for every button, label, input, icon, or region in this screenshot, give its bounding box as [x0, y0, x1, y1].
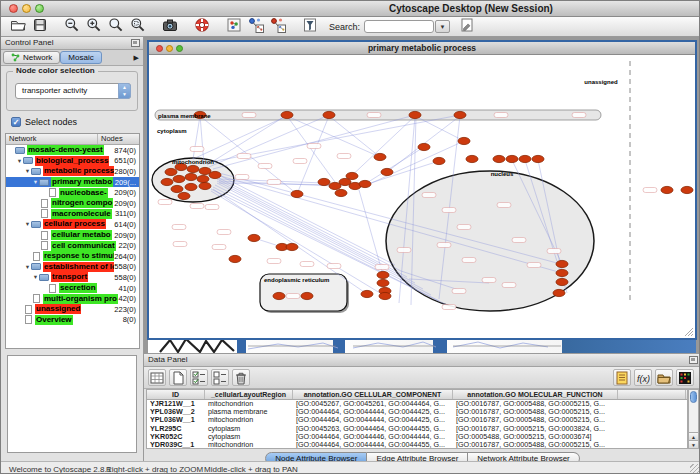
tree-expand-icon[interactable]: ▼ [32, 179, 39, 185]
network-node[interactable] [185, 173, 197, 180]
tree-row-metabolic-process[interactable]: ▼metabolic process280(0) [6, 166, 139, 177]
network-node[interactable] [661, 186, 673, 193]
minimize-button[interactable] [22, 4, 31, 13]
window-titlebar[interactable]: Cytoscape Desktop (New Session) [1, 1, 700, 17]
network-node[interactable] [161, 178, 173, 185]
zoom-out-icon[interactable] [63, 16, 81, 34]
search-config-icon[interactable] [458, 16, 476, 34]
network-node[interactable] [187, 165, 199, 172]
help-lifering-icon[interactable] [193, 16, 211, 34]
heatmap-icon[interactable] [676, 369, 694, 386]
network-node[interactable] [291, 190, 303, 197]
network-node[interactable] [409, 111, 421, 118]
zoom-selected-icon[interactable] [129, 16, 147, 34]
network-node[interactable] [466, 155, 478, 162]
search-input[interactable] [364, 20, 434, 33]
network-node[interactable] [229, 255, 241, 262]
tree-row-mosaic-demo-yeast[interactable]: mosaic-demo-yeast874(0) [6, 145, 139, 156]
delete-attribute-icon[interactable] [232, 369, 250, 386]
tree-row-multi-organism-pro[interactable]: multi-organism pro42(0) [6, 293, 139, 304]
float-panel-icon[interactable] [131, 39, 140, 47]
network-graph[interactable]: plasma membranecytoplasmmitochondrionnuc… [149, 55, 695, 338]
network-node[interactable] [346, 172, 358, 179]
table-row[interactable]: YDR039C__1mitochondrion[GO:0044464, GO:0… [147, 441, 687, 449]
table-row[interactable]: YJR121W__1mitochondrion[GO:0045267, GO:0… [147, 400, 687, 408]
tree-header[interactable]: Network Nodes [6, 134, 139, 145]
network-edge[interactable] [287, 116, 335, 182]
close-button[interactable] [9, 4, 18, 13]
network-edge[interactable] [193, 116, 200, 159]
network-edge[interactable] [200, 115, 204, 165]
annotation-notes-icon[interactable] [613, 369, 631, 386]
network-node[interactable] [359, 180, 371, 187]
network-node[interactable] [556, 269, 568, 276]
network-node[interactable] [377, 271, 389, 278]
network-edge[interactable] [217, 177, 401, 271]
network-edge[interactable] [329, 116, 380, 157]
network-node[interactable] [301, 292, 313, 299]
network-edge[interactable] [193, 116, 287, 159]
tree-expand-icon[interactable]: ▼ [24, 168, 31, 174]
resize-grip-icon[interactable] [690, 464, 700, 474]
network-node[interactable] [178, 192, 190, 199]
table-row[interactable]: YPL036W__1mitochondrion[GO:0044464, GO:0… [147, 416, 687, 424]
column-header-4[interactable]: annotation.GO MOLECULAR_FUNCTION [453, 390, 618, 399]
new-attribute-icon[interactable] [169, 369, 187, 386]
network-node[interactable] [286, 243, 298, 250]
layout-params-2-icon[interactable] [269, 16, 287, 34]
vizmapper-icon[interactable] [225, 16, 243, 34]
tree-row-macromolecule[interactable]: macromolecule311(0) [6, 209, 139, 220]
column-header-2[interactable]: _cellularLayoutRegion [205, 390, 293, 399]
tab-mosaic[interactable]: Mosaic [60, 51, 101, 64]
table-row[interactable]: YPL036W__2plasma membrane[GO:0044464, GO… [147, 408, 687, 416]
network-node[interactable] [165, 168, 177, 175]
scrollbar-thumb[interactable] [690, 391, 697, 403]
tree-row-nucleobase-[interactable]: nucleobase-209(0) [6, 187, 139, 198]
tree-row-cell-communicat[interactable]: cell communicat22(0) [6, 240, 139, 251]
network-node[interactable] [209, 171, 221, 178]
tree-row-transport[interactable]: ▼transport558(0) [6, 272, 139, 283]
tree-expand-icon[interactable]: ▼ [32, 274, 39, 280]
network-node[interactable] [556, 260, 568, 267]
tree-row-nitrogen-compo[interactable]: nitrogen compo209(0) [6, 198, 139, 209]
table-row[interactable]: YKR052Ccytoplasm[GO:0044464, GO:0044446,… [147, 433, 687, 441]
scroll-down-icon[interactable]: ▼ [689, 440, 698, 448]
network-node[interactable] [197, 175, 209, 182]
network-node[interactable] [199, 182, 211, 189]
network-node[interactable] [171, 185, 183, 192]
column-header-empty[interactable] [618, 390, 686, 399]
network-node[interactable] [318, 178, 330, 185]
snapshot-camera-icon[interactable] [161, 16, 179, 34]
attribute-grid-icon[interactable] [148, 369, 166, 386]
network-node[interactable] [532, 155, 544, 162]
tree-column-nodes[interactable]: Nodes [98, 134, 139, 144]
tree-row-establishment-of-lo[interactable]: ▼establishment of lo558(0) [6, 262, 139, 273]
network-node[interactable] [381, 168, 393, 175]
network-edge[interactable] [219, 175, 395, 265]
birdseye-view-panel[interactable] [7, 355, 137, 453]
tree-row-secretion[interactable]: secretion41(0) [6, 283, 139, 294]
network-node[interactable] [173, 175, 185, 182]
zoom-fit-icon[interactable] [107, 16, 125, 34]
tab-network[interactable]: Network [3, 51, 60, 64]
tree-row-response-to-stimulu[interactable]: response to stimulu264(0) [6, 251, 139, 262]
tree-column-network[interactable]: Network [6, 134, 98, 144]
layout-params-1-icon[interactable] [247, 16, 265, 34]
zoom-in-icon[interactable] [85, 16, 103, 34]
table-vertical-scrollbar[interactable]: ▲ ▼ [688, 389, 699, 449]
network-node[interactable] [418, 143, 430, 150]
select-attributes-icon[interactable] [190, 369, 208, 386]
network-view-window[interactable]: primary metabolic process plasma membran… [147, 40, 697, 340]
network-node[interactable] [281, 111, 293, 118]
node-color-dropdown[interactable]: transporter activity ▲▼ [15, 83, 131, 99]
tree-row-primary-metabo[interactable]: ▼primary metabo209(... [6, 177, 139, 188]
tab-overflow-arrow-icon[interactable]: ▶ [134, 54, 141, 62]
tree-row-cellular-metabo[interactable]: cellular metabo209(0) [6, 230, 139, 241]
tree-row-cellular-process[interactable]: ▼cellular process614(0) [6, 219, 139, 230]
network-node[interactable] [379, 292, 391, 299]
open-file-icon[interactable] [9, 16, 27, 34]
column-header-1[interactable]: ID [147, 390, 205, 399]
network-canvas[interactable]: plasma membranecytoplasmmitochondrionnuc… [149, 55, 695, 338]
network-node[interactable] [454, 111, 466, 118]
search-dropdown-button[interactable]: ▼ [435, 20, 450, 33]
